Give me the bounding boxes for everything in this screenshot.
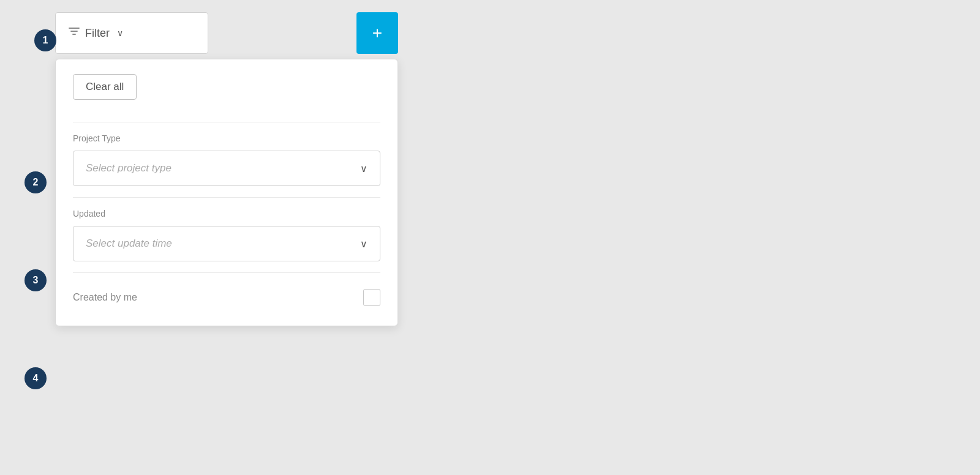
add-button[interactable]: +	[356, 12, 398, 54]
created-by-section: Created by me	[73, 284, 380, 311]
step-indicator-3: 3	[24, 269, 47, 291]
add-icon: +	[372, 23, 382, 43]
updated-placeholder: Select update time	[86, 238, 172, 250]
divider-1	[73, 122, 380, 122]
divider-3	[73, 272, 380, 273]
step-indicator-1: 1	[34, 29, 56, 51]
updated-chevron-icon: ∨	[360, 238, 368, 250]
filter-button[interactable]: Filter ∨	[55, 12, 208, 54]
project-type-chevron-icon: ∨	[360, 163, 368, 174]
updated-section: Updated Select update time ∨	[73, 209, 380, 261]
created-by-label: Created by me	[73, 292, 137, 303]
project-type-section: Project Type Select project type ∨	[73, 133, 380, 186]
updated-label: Updated	[73, 209, 380, 219]
dropdown-panel: Clear all Project Type Select project ty…	[55, 59, 398, 326]
project-type-label: Project Type	[73, 133, 380, 143]
step-indicator-2: 2	[24, 171, 47, 193]
project-type-placeholder: Select project type	[86, 162, 172, 174]
panel-container: Filter ∨ + Clear all Project Type Select…	[55, 12, 398, 326]
page-background: 1 2 3 4 Filter ∨ +	[0, 0, 980, 475]
project-type-dropdown[interactable]: Select project type ∨	[73, 151, 380, 186]
created-by-checkbox[interactable]	[363, 289, 380, 306]
step-indicator-4: 4	[24, 367, 47, 389]
divider-2	[73, 197, 380, 198]
filter-icon	[68, 26, 80, 41]
filter-label: Filter	[85, 27, 110, 40]
clear-all-button[interactable]: Clear all	[73, 74, 137, 100]
top-bar: Filter ∨ +	[55, 12, 398, 54]
filter-chevron-icon: ∨	[117, 28, 123, 38]
updated-dropdown[interactable]: Select update time ∨	[73, 226, 380, 261]
